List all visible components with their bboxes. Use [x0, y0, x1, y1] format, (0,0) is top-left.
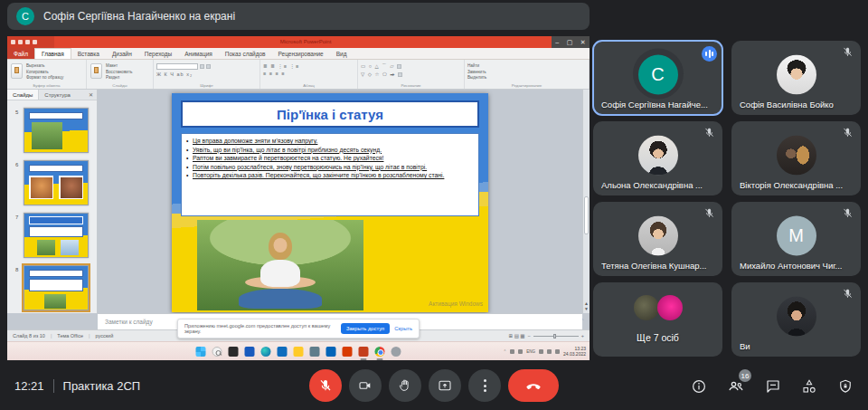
copy-button[interactable]: Копировать	[26, 70, 63, 74]
edge-icon[interactable]	[261, 347, 271, 357]
more-people-label: Ще 7 осіб	[593, 332, 722, 343]
presenting-banner: C Софія Сергіївна Нагайченко на екрані	[7, 3, 590, 30]
chat-button[interactable]	[765, 378, 781, 395]
show-participants-button[interactable]: 16	[727, 377, 745, 396]
camera-toggle-button[interactable]	[349, 369, 382, 402]
participant-tile-you[interactable]: Ви	[731, 282, 861, 357]
close-icon[interactable]: ✕	[580, 39, 586, 46]
host-controls-button[interactable]	[837, 378, 854, 395]
slide-counter: Слайд 8 из 10	[13, 333, 45, 338]
font-name-box[interactable]	[156, 63, 198, 70]
find-button[interactable]: Найти	[467, 63, 586, 68]
new-slide-button[interactable]	[90, 63, 102, 79]
zoom-in-icon[interactable]: +	[581, 333, 584, 338]
bullet-5: Повторіть декілька разів. Переконайтеся,…	[184, 171, 474, 180]
overflow-tile-more-people[interactable]: Ще 7 осіб	[593, 282, 722, 357]
replace-button[interactable]: Заменить	[467, 70, 586, 74]
font-style-buttons[interactable]: Ж К Ч ab x₂	[156, 72, 193, 77]
tray-app-icon[interactable]	[518, 349, 523, 354]
mic-off-icon	[842, 207, 854, 219]
slide-thumbnail-6[interactable]: 6	[24, 160, 89, 205]
chrome-icon[interactable]	[375, 347, 385, 357]
paste-button[interactable]	[11, 63, 23, 79]
drawing-group: ▭ ○ △ ⌒ ▱ ▽ ◇ ☆ ⬠ ⮕ Рисование	[358, 60, 465, 89]
present-screen-button[interactable]	[429, 369, 461, 402]
slide-thumbnail-5[interactable]: 5	[24, 108, 89, 153]
ribbon-tabs: Файл Главная Вставка Дизайн Переходы Ани…	[7, 48, 590, 60]
minimize-icon[interactable]: –	[555, 39, 559, 45]
taskbar-search-icon[interactable]	[212, 347, 222, 357]
tab-file[interactable]: Файл	[7, 48, 34, 59]
slide-nav-buttons[interactable]: ▲▼	[583, 300, 590, 311]
participant-tile-mykhailo[interactable]: M Михайло Антонович Чиг...	[731, 202, 861, 276]
select-button[interactable]: Выделить	[467, 75, 586, 80]
window-controls[interactable]: – ▢ ✕	[552, 36, 590, 48]
tab-review[interactable]: Рецензирование	[272, 48, 330, 59]
mic-toggle-button[interactable]	[309, 369, 342, 402]
cut-button[interactable]: Вырезать	[26, 63, 63, 68]
slide-body-box[interactable]: Ця вправа допоможе зняти м'язову напругу…	[181, 133, 479, 216]
taskbar-app-dark[interactable]	[229, 347, 239, 357]
tray-chevron-icon[interactable]: ⌃	[503, 349, 506, 354]
onedrive-icon[interactable]	[510, 349, 514, 354]
panel-close-icon[interactable]: ✕	[89, 90, 97, 100]
slides-tab[interactable]: Слайды	[7, 90, 39, 100]
taskbar-app-blue[interactable]	[245, 347, 255, 357]
layout-button[interactable]: Макет	[106, 63, 132, 68]
tab-insert[interactable]: Вставка	[71, 48, 106, 59]
presenter-avatar: C	[16, 7, 34, 25]
language-indicator[interactable]: ENG	[526, 349, 535, 354]
settings-gear-icon[interactable]	[392, 347, 401, 357]
file-explorer-icon[interactable]	[294, 347, 304, 357]
raise-hand-button[interactable]	[389, 369, 421, 402]
tab-slideshow[interactable]: Показ слайдов	[219, 48, 272, 59]
quick-access-toolbar[interactable]	[7, 36, 54, 48]
taskbar-app-red[interactable]	[343, 347, 353, 357]
participant-tile-alona[interactable]: Альона Олександрівна ...	[593, 121, 722, 195]
taskbar-clock[interactable]: 13:23 24.03.2022	[563, 347, 586, 358]
wifi-icon[interactable]	[539, 349, 543, 354]
start-button[interactable]	[196, 347, 206, 357]
stop-sharing-button[interactable]: Закрыть доступ	[341, 323, 390, 334]
format-painter-button[interactable]: Формат по образцу	[26, 75, 63, 80]
hide-toast-link[interactable]: Скрыть	[394, 326, 412, 331]
list-buttons[interactable]: ≣ ≣ ⋮≡ ⋮≡	[263, 63, 299, 69]
zoom-out-icon[interactable]: −	[528, 333, 531, 338]
more-options-button[interactable]	[468, 369, 501, 402]
taskbar-app-gray[interactable]	[310, 347, 320, 357]
powerpoint-icon[interactable]	[359, 347, 369, 357]
align-buttons[interactable]: ≡ ≡ ≡ ≡	[263, 71, 285, 76]
participant-tile-tetiana[interactable]: Тетяна Олегівна Кушнар...	[593, 202, 722, 276]
system-tray[interactable]: ⌃ ENG 13:23 24.03.2022	[503, 342, 586, 360]
zoom-slider[interactable]	[533, 336, 579, 337]
reset-button[interactable]: Восстановить	[106, 70, 132, 74]
battery-icon[interactable]	[555, 349, 560, 354]
slide-title-box[interactable]: Пір'їнка і статуя	[181, 100, 479, 128]
shape-buttons[interactable]: ▭ ○ △ ⌒ ▱	[361, 63, 395, 70]
section-button[interactable]: Раздел	[106, 75, 132, 80]
shape-buttons-2[interactable]: ▽ ◇ ☆ ⬠ ⮕	[361, 72, 396, 78]
slide-thumbnail-7[interactable]: 7	[24, 213, 89, 258]
tab-transitions[interactable]: Переходы	[138, 48, 179, 59]
tab-home[interactable]: Главная	[34, 48, 71, 59]
participant-tile-nagaichenko[interactable]: C Софія Сергіївна Нагайче...	[593, 41, 722, 115]
view-buttons[interactable]: ⊞ ▤ ▦	[509, 333, 525, 338]
volume-icon[interactable]	[547, 349, 552, 354]
leave-call-button[interactable]	[508, 369, 559, 402]
outlook-icon[interactable]	[326, 347, 336, 357]
slide-thumbnail-8[interactable]: 8	[24, 265, 89, 310]
participant-tile-boiko[interactable]: Софія Василівна Бойко	[731, 41, 861, 115]
taskbar-app-teams[interactable]	[278, 347, 288, 357]
meeting-details-button[interactable]	[691, 378, 707, 395]
tab-design[interactable]: Дизайн	[106, 48, 138, 59]
participant-tile-viktoria[interactable]: Вікторія Олександрівна ...	[731, 121, 861, 195]
participant-name: Софія Василівна Бойко	[740, 100, 854, 110]
tab-animation[interactable]: Анимация	[178, 48, 219, 59]
scrollbar-thumb[interactable]	[584, 196, 589, 234]
tab-view[interactable]: Вид	[330, 48, 354, 59]
outline-tab[interactable]: Структура	[39, 90, 75, 100]
maximize-icon[interactable]: ▢	[567, 39, 573, 46]
slide-canvas[interactable]: Пір'їнка і статуя Ця вправа допоможе зня…	[172, 93, 488, 312]
slide-scrollbar[interactable]: ▲▼	[582, 90, 590, 313]
activities-button[interactable]	[801, 378, 817, 395]
